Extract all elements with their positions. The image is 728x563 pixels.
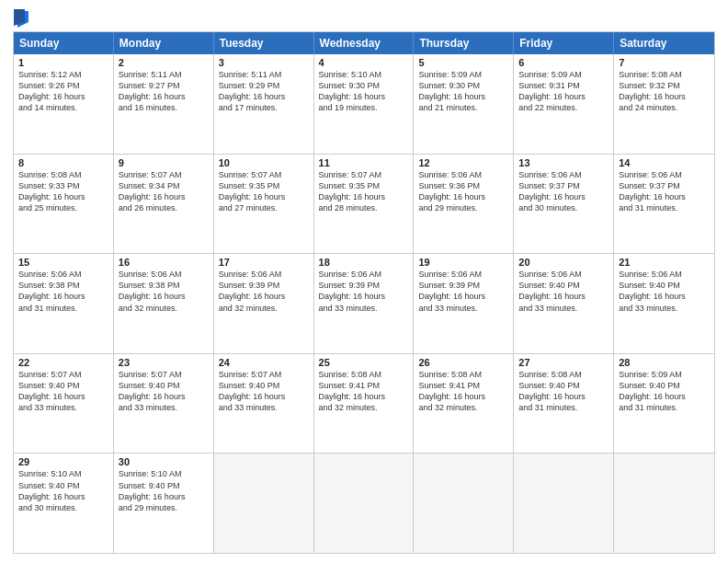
cell-line: Sunrise: 5:07 AM (18, 369, 108, 380)
day-number: 30 (119, 456, 209, 467)
calendar-row-0: 1Sunrise: 5:12 AMSunset: 9:26 PMDaylight… (14, 54, 714, 154)
calendar-cell-1: 1Sunrise: 5:12 AMSunset: 9:26 PMDaylight… (14, 54, 114, 154)
cell-line: Sunset: 9:30 PM (319, 80, 409, 91)
calendar-cell-empty-4-2 (214, 454, 314, 553)
cell-line: Sunset: 9:41 PM (418, 380, 508, 391)
cell-line: Sunset: 9:29 PM (219, 80, 309, 91)
cell-line: Sunrise: 5:07 AM (119, 369, 209, 380)
cell-line: and 26 minutes. (119, 202, 209, 213)
calendar-cell-4: 4Sunrise: 5:10 AMSunset: 9:30 PMDaylight… (314, 54, 415, 154)
cell-line: and 33 minutes. (518, 303, 609, 314)
cell-line: Sunrise: 5:06 AM (418, 169, 508, 180)
cell-line: Sunrise: 5:08 AM (418, 369, 508, 380)
logo (13, 9, 28, 24)
calendar-row-1: 8Sunrise: 5:08 AMSunset: 9:33 PMDaylight… (14, 154, 714, 254)
cell-line: Sunset: 9:36 PM (418, 180, 508, 191)
cell-line: Sunrise: 5:07 AM (219, 169, 309, 180)
cell-line: Sunset: 9:40 PM (518, 280, 609, 291)
calendar-cell-20: 20Sunrise: 5:06 AMSunset: 9:40 PMDayligh… (514, 254, 614, 353)
day-number: 19 (418, 257, 508, 268)
cell-line: and 21 minutes. (418, 102, 508, 113)
calendar-cell-7: 7Sunrise: 5:08 AMSunset: 9:32 PMDaylight… (614, 54, 714, 154)
calendar-cell-11: 11Sunrise: 5:07 AMSunset: 9:35 PMDayligh… (314, 155, 415, 254)
cell-line: Daylight: 16 hours (119, 191, 209, 202)
day-number: 13 (518, 157, 609, 168)
cell-line: and 33 minutes. (119, 402, 209, 413)
day-number: 22 (18, 357, 108, 368)
calendar-cell-15: 15Sunrise: 5:06 AMSunset: 9:38 PMDayligh… (14, 254, 114, 353)
cell-line: Sunrise: 5:08 AM (319, 369, 409, 380)
cell-line: Daylight: 16 hours (418, 91, 508, 102)
cell-line: and 16 minutes. (119, 102, 209, 113)
calendar-cell-8: 8Sunrise: 5:08 AMSunset: 9:33 PMDaylight… (14, 155, 114, 254)
header (13, 9, 715, 24)
cell-line: and 33 minutes. (219, 402, 309, 413)
cell-line: Daylight: 16 hours (18, 391, 108, 402)
calendar-cell-27: 27Sunrise: 5:08 AMSunset: 9:40 PMDayligh… (514, 354, 614, 454)
cell-line: Sunset: 9:38 PM (18, 280, 108, 291)
calendar-cell-26: 26Sunrise: 5:08 AMSunset: 9:41 PMDayligh… (414, 354, 514, 454)
day-number: 23 (119, 357, 209, 368)
cell-line: Sunrise: 5:08 AM (18, 169, 108, 180)
cell-line: Daylight: 16 hours (119, 491, 209, 502)
cell-line: Daylight: 16 hours (119, 91, 209, 102)
cell-line: Sunset: 9:40 PM (518, 380, 609, 391)
cell-line: Sunset: 9:35 PM (319, 180, 409, 191)
cell-line: Sunset: 9:40 PM (119, 480, 209, 491)
cell-line: Daylight: 16 hours (18, 191, 108, 202)
day-number: 12 (418, 157, 508, 168)
cell-line: and 31 minutes. (619, 402, 710, 413)
calendar-cell-25: 25Sunrise: 5:08 AMSunset: 9:41 PMDayligh… (314, 354, 415, 454)
calendar-cell-10: 10Sunrise: 5:07 AMSunset: 9:35 PMDayligh… (214, 155, 314, 254)
day-number: 15 (18, 257, 108, 268)
cell-line: Daylight: 16 hours (518, 191, 609, 202)
cell-line: Sunset: 9:27 PM (119, 80, 209, 91)
day-number: 18 (319, 257, 409, 268)
day-number: 28 (619, 357, 710, 368)
cell-line: Sunset: 9:40 PM (219, 380, 309, 391)
calendar-cell-28: 28Sunrise: 5:09 AMSunset: 9:40 PMDayligh… (614, 354, 714, 454)
cell-line: and 24 minutes. (619, 102, 710, 113)
cell-line: Sunrise: 5:08 AM (518, 369, 609, 380)
calendar-cell-12: 12Sunrise: 5:06 AMSunset: 9:36 PMDayligh… (414, 155, 514, 254)
calendar-cell-29: 29Sunrise: 5:10 AMSunset: 9:40 PMDayligh… (14, 454, 114, 553)
calendar-cell-empty-4-5 (514, 454, 614, 553)
cell-line: Sunrise: 5:10 AM (119, 468, 209, 479)
cell-line: Sunset: 9:37 PM (518, 180, 609, 191)
cell-line: and 31 minutes. (619, 202, 710, 213)
cell-line: Sunset: 9:32 PM (619, 80, 710, 91)
calendar-cell-5: 5Sunrise: 5:09 AMSunset: 9:30 PMDaylight… (414, 54, 514, 154)
header-day-friday: Friday (514, 32, 614, 54)
cell-line: Daylight: 16 hours (418, 191, 508, 202)
calendar-cell-22: 22Sunrise: 5:07 AMSunset: 9:40 PMDayligh… (14, 354, 114, 454)
calendar-cell-19: 19Sunrise: 5:06 AMSunset: 9:39 PMDayligh… (414, 254, 514, 353)
calendar-cell-empty-4-3 (314, 454, 415, 553)
cell-line: and 32 minutes. (219, 303, 309, 314)
cell-line: Sunset: 9:39 PM (319, 280, 409, 291)
cell-line: and 25 minutes. (18, 202, 108, 213)
calendar-row-2: 15Sunrise: 5:06 AMSunset: 9:38 PMDayligh… (14, 253, 714, 353)
cell-line: and 29 minutes. (418, 202, 508, 213)
cell-line: Daylight: 16 hours (18, 91, 108, 102)
cell-line: Sunrise: 5:06 AM (619, 169, 710, 180)
cell-line: Daylight: 16 hours (18, 491, 108, 502)
cell-line: and 22 minutes. (518, 102, 609, 113)
cell-line: Sunset: 9:39 PM (219, 280, 309, 291)
calendar-cell-13: 13Sunrise: 5:06 AMSunset: 9:37 PMDayligh… (514, 155, 614, 254)
calendar-cell-18: 18Sunrise: 5:06 AMSunset: 9:39 PMDayligh… (314, 254, 415, 353)
day-number: 21 (619, 257, 710, 268)
calendar-cell-empty-4-4 (414, 454, 514, 553)
header-day-saturday: Saturday (614, 32, 714, 54)
cell-line: and 32 minutes. (119, 303, 209, 314)
calendar-cell-6: 6Sunrise: 5:09 AMSunset: 9:31 PMDaylight… (514, 54, 614, 154)
cell-line: Sunset: 9:35 PM (219, 180, 309, 191)
header-day-thursday: Thursday (414, 32, 514, 54)
cell-line: Daylight: 16 hours (518, 291, 609, 302)
cell-line: Sunrise: 5:09 AM (518, 69, 609, 80)
cell-line: Daylight: 16 hours (518, 391, 609, 402)
day-number: 1 (18, 57, 108, 68)
cell-line: Sunset: 9:34 PM (119, 180, 209, 191)
calendar-cell-30: 30Sunrise: 5:10 AMSunset: 9:40 PMDayligh… (114, 454, 214, 553)
day-number: 24 (219, 357, 309, 368)
day-number: 27 (518, 357, 609, 368)
